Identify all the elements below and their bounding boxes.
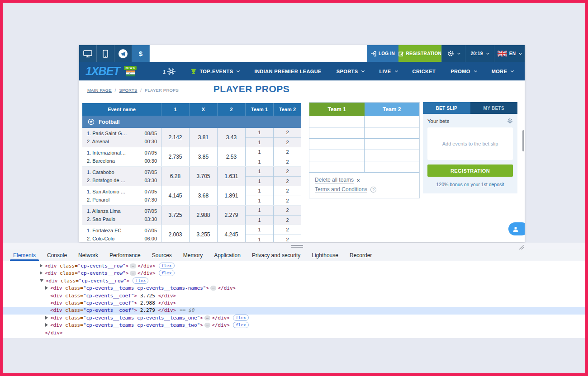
pick-cell[interactable]: 1 bbox=[246, 128, 273, 138]
pick-cell[interactable]: 1 bbox=[246, 167, 273, 177]
betslip-gear-icon[interactable] bbox=[507, 118, 513, 124]
devtools-tab-recorder[interactable]: Recorder bbox=[346, 249, 376, 261]
nav-item-indian-premier-league[interactable]: INDIAN PREMIER LEAGUE bbox=[254, 69, 321, 74]
event-name-cell[interactable]: 1. San Antonio …2. Penarol07/0507:30 bbox=[82, 186, 161, 205]
odds-cell-2[interactable]: 1.891 bbox=[217, 186, 245, 205]
odds-cell-x[interactable]: 2.988 bbox=[189, 206, 217, 225]
picker-slot-team1[interactable] bbox=[309, 127, 365, 138]
inline-expand-button[interactable]: … bbox=[210, 286, 216, 291]
pick-cell[interactable]: 2 bbox=[274, 235, 301, 243]
picker-slot-team2[interactable] bbox=[365, 139, 419, 150]
nav-item-cricket[interactable]: CRICKET bbox=[413, 69, 436, 74]
odds-cell-1[interactable]: 6.28 bbox=[161, 167, 189, 186]
inline-expand-button[interactable]: … bbox=[130, 263, 136, 268]
devtools-tab-sources[interactable]: Sources bbox=[148, 249, 176, 261]
nav-item-live[interactable]: LIVE bbox=[379, 69, 397, 74]
devtools-code-line[interactable]: <div class="cp-events__row">flex bbox=[3, 277, 585, 285]
devtools-code-line[interactable]: <div class="cp-events__teams cp-events__… bbox=[3, 285, 585, 292]
odds-cell-2[interactable]: 1.631 bbox=[217, 167, 245, 186]
telegram-icon[interactable] bbox=[114, 45, 132, 62]
picker-slot-team2[interactable] bbox=[365, 150, 419, 161]
inline-expand-button[interactable]: … bbox=[130, 271, 136, 276]
pick-cell[interactable]: 2 bbox=[274, 147, 301, 157]
odds-cell-1[interactable]: 4.145 bbox=[161, 186, 189, 205]
odds-cell-1[interactable]: 2.735 bbox=[161, 147, 189, 166]
pick-cell[interactable]: 2 bbox=[274, 167, 301, 177]
nav-item-more[interactable]: MORE bbox=[492, 69, 514, 74]
devtools-code-line[interactable]: </div> bbox=[3, 329, 585, 337]
odds-cell-x[interactable]: 3.68 bbox=[189, 186, 217, 205]
pick-cell[interactable]: 2 bbox=[274, 196, 301, 206]
pick-cell[interactable]: 1 bbox=[246, 177, 273, 186]
tab-my-bets[interactable]: MY BETS bbox=[470, 102, 518, 114]
odds-cell-2[interactable]: 2.53 bbox=[217, 147, 245, 166]
pick-cell[interactable]: 1 bbox=[246, 235, 273, 243]
pick-cell[interactable]: 1 bbox=[246, 206, 273, 216]
picker-slot-team1[interactable] bbox=[309, 139, 365, 150]
registration-button[interactable]: REGISTRATION bbox=[398, 45, 441, 62]
pick-cell[interactable]: 1 bbox=[246, 157, 273, 167]
delete-all-teams-link[interactable]: Delete all teams bbox=[315, 177, 354, 183]
expand-arrow-icon[interactable] bbox=[40, 271, 43, 275]
nav-item-promo[interactable]: PROMO bbox=[450, 69, 477, 74]
collapse-arrow-icon[interactable] bbox=[40, 279, 43, 282]
betslip-registration-button[interactable]: REGISTRATION bbox=[427, 164, 513, 177]
devtools-tab-console[interactable]: Console bbox=[43, 249, 71, 261]
flex-badge[interactable]: flex bbox=[233, 322, 249, 328]
desktop-icon[interactable] bbox=[79, 45, 97, 62]
time-dropdown[interactable]: 20:19 bbox=[465, 45, 494, 62]
devtools-code-line[interactable]: <div class="cp-events__coef"> 2.988 </di… bbox=[3, 300, 585, 307]
flex-badge[interactable]: flex bbox=[233, 315, 249, 321]
delete-x-icon[interactable]: × bbox=[357, 178, 360, 183]
drag-handle[interactable] bbox=[291, 245, 303, 249]
odds-cell-1[interactable]: 2.003 bbox=[161, 225, 189, 242]
settings-dropdown[interactable] bbox=[441, 45, 465, 62]
sport-section-football[interactable]: Football bbox=[82, 116, 301, 128]
odds-cell-x[interactable]: 3.81 bbox=[189, 128, 217, 147]
inline-expand-button[interactable]: … bbox=[204, 323, 210, 328]
pick-cell[interactable]: 1 bbox=[246, 138, 273, 147]
devtools-tab-performance[interactable]: Performance bbox=[105, 249, 145, 261]
pick-cell[interactable]: 1 bbox=[246, 186, 273, 196]
devtools-tab-elements[interactable]: Elements bbox=[9, 249, 40, 261]
pick-cell[interactable]: 2 bbox=[274, 157, 301, 167]
devtools-tab-privacy-and-security[interactable]: Privacy and security bbox=[248, 249, 304, 261]
site-logo[interactable]: 1XBET bbox=[85, 65, 120, 78]
devtools-tab-memory[interactable]: Memory bbox=[179, 249, 207, 261]
help-question-icon[interactable]: ? bbox=[370, 187, 376, 193]
event-name-cell[interactable]: 1. Alianza Lima2. Sao Paulo07/0503:30 bbox=[82, 206, 161, 225]
india-region-badge[interactable]: NEW > bbox=[124, 66, 137, 76]
devtools-code-line[interactable]: <div class="cp-events__coef"> 2.279 </di… bbox=[3, 307, 585, 314]
login-button[interactable]: LOG IN bbox=[367, 45, 398, 62]
pick-cell[interactable]: 1 bbox=[246, 147, 273, 157]
viewport-scrollbar-thumb[interactable] bbox=[522, 130, 524, 151]
event-name-cell[interactable]: 1. Paris Saint-G…2. Arsenal08/0500:30 bbox=[82, 128, 161, 147]
pick-cell[interactable]: 1 bbox=[246, 225, 273, 235]
support-chat-button[interactable] bbox=[508, 222, 525, 235]
expand-arrow-icon[interactable] bbox=[40, 264, 43, 268]
pick-cell[interactable]: 2 bbox=[274, 216, 301, 225]
devtools-tab-lighthouse[interactable]: Lighthouse bbox=[308, 249, 342, 261]
odds-cell-x[interactable]: 3.705 bbox=[189, 167, 217, 186]
inline-expand-button[interactable]: … bbox=[204, 315, 210, 320]
devtools-code-line[interactable]: <div class="cp-events__coef"> 3.725 </di… bbox=[3, 292, 585, 300]
devtools-tab-network[interactable]: Network bbox=[74, 249, 102, 261]
tab-bet-slip[interactable]: BET SLIP bbox=[423, 102, 470, 114]
flex-badge[interactable]: flex bbox=[133, 277, 148, 284]
flex-badge[interactable]: flex bbox=[159, 270, 175, 276]
pick-cell[interactable]: 2 bbox=[274, 128, 301, 138]
pick-cell[interactable]: 1 bbox=[246, 216, 273, 225]
odds-cell-x[interactable]: 3.255 bbox=[189, 225, 217, 242]
expand-arrow-icon[interactable] bbox=[45, 286, 48, 290]
language-dropdown[interactable]: EN bbox=[494, 45, 525, 62]
pick-cell[interactable]: 1 bbox=[246, 196, 273, 206]
pick-cell[interactable]: 2 bbox=[274, 177, 301, 186]
xgames-icon[interactable]: 1 bbox=[163, 66, 175, 76]
nav-item-sports[interactable]: SPORTS bbox=[337, 69, 365, 74]
odds-cell-1[interactable]: 3.725 bbox=[161, 206, 189, 225]
event-name-cell[interactable]: 1. Carabobo2. Botafogo de …07/0503:30 bbox=[82, 167, 161, 186]
picker-slot-team2[interactable] bbox=[365, 116, 419, 127]
devtools-code-line[interactable]: <div class="cp-events__teams cp-events__… bbox=[3, 315, 585, 322]
devtools-code-line[interactable]: <div class="cp-events__teams cp-events__… bbox=[3, 322, 585, 329]
devtools-tab-application[interactable]: Application bbox=[210, 249, 245, 261]
